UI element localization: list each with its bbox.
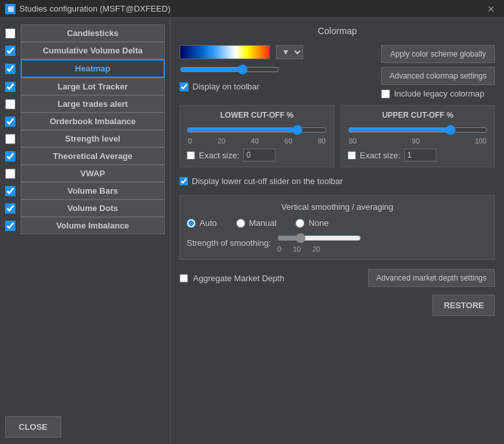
- right-toolbar-col: Apply color scheme globally Advanced col…: [381, 45, 495, 98]
- study-checkbox-volume-bars[interactable]: [5, 186, 15, 196]
- studies-list: CandlesticksCumulative Volume DeltaHeatm…: [5, 24, 165, 234]
- study-item-heatmap: Heatmap: [5, 59, 165, 78]
- radio-auto-input[interactable]: [187, 219, 196, 228]
- radio-none-input[interactable]: [295, 219, 304, 228]
- upper-cutoff-box: UPPER CUT-OFF % 80 90 100 Exact size:: [341, 105, 495, 167]
- title-bar-left: ▤ Studies configuration (MSFT@DXFEED): [5, 4, 171, 14]
- display-lower-slider-label: Display lower cut-off slider on the tool…: [192, 176, 343, 186]
- lower-cutoff-title: LOWER CUT-OFF %: [187, 111, 327, 120]
- strength-labels: 0 10 20: [277, 245, 361, 253]
- study-item-orderbook-imbalance: Orderbook Imbalance: [5, 113, 165, 130]
- study-button-strength-level[interactable]: Strength level: [21, 130, 165, 147]
- upper-cutoff-title: UPPER CUT-OFF %: [348, 111, 488, 120]
- smoothing-title: Vertical smoothing / averaging: [187, 202, 488, 212]
- display-on-toolbar-row: Display on toolbar: [180, 82, 375, 91]
- study-checkbox-vwap[interactable]: [5, 169, 15, 179]
- study-item-volume-dots: Volume Dots: [5, 199, 165, 217]
- study-item-cumulative-volume-delta: Cumulative Volume Delta: [5, 42, 165, 59]
- study-button-volume-dots[interactable]: Volume Dots: [21, 199, 165, 217]
- study-button-heatmap[interactable]: Heatmap: [21, 59, 165, 78]
- upper-exact-input[interactable]: [404, 149, 436, 162]
- upper-exact-row: Exact size:: [348, 149, 488, 162]
- lower-exact-input[interactable]: [243, 149, 275, 162]
- advanced-colormap-button[interactable]: Advanced colormap settings: [381, 67, 495, 85]
- left-footer: CLOSE: [5, 411, 165, 438]
- main-container: CandlesticksCumulative Volume DeltaHeatm…: [0, 18, 504, 444]
- radio-row: Auto Manual None: [187, 218, 488, 228]
- strength-slider[interactable]: [277, 233, 361, 243]
- right-panel: Colormap ▼ Display on toolbar: [171, 18, 504, 444]
- window-close-button[interactable]: ✕: [483, 3, 499, 15]
- lower-cutoff-slider[interactable]: [187, 125, 327, 135]
- study-button-orderbook-imbalance[interactable]: Orderbook Imbalance: [21, 113, 165, 130]
- radio-manual-input[interactable]: [236, 219, 245, 228]
- aggregate-row: Aggregate Market Depth: [180, 273, 362, 283]
- study-item-volume-bars: Volume Bars: [5, 182, 165, 199]
- radio-manual-label: Manual: [249, 218, 277, 228]
- apply-color-scheme-button[interactable]: Apply color scheme globally: [381, 45, 495, 63]
- upper-exact-checkbox[interactable]: [348, 151, 356, 160]
- radio-none: None: [295, 218, 328, 228]
- study-item-large-trades-alert: Large trades alert: [5, 95, 165, 113]
- study-checkbox-theoretical-average[interactable]: [5, 151, 15, 162]
- colormap-gradient-row: ▼: [180, 45, 375, 59]
- study-checkbox-volume-imbalance[interactable]: [5, 221, 15, 231]
- study-button-theoretical-average[interactable]: Theoretical Average: [21, 147, 165, 165]
- lower-cutoff-labels: 0 20 40 60 80: [187, 137, 327, 145]
- lower-exact-label: Exact size:: [199, 151, 239, 160]
- display-on-toolbar-label: Display on toolbar: [192, 82, 259, 91]
- strength-row: Strength of smoothing: 0 10 20: [187, 233, 488, 253]
- study-button-vwap[interactable]: VWAP: [21, 165, 165, 182]
- colormap-dropdown[interactable]: ▼: [276, 45, 303, 59]
- colormap-main-slider[interactable]: [180, 64, 279, 75]
- left-panel: CandlesticksCumulative Volume DeltaHeatm…: [0, 18, 171, 444]
- upper-exact-label: Exact size:: [360, 151, 400, 160]
- strength-label: Strength of smoothing:: [187, 238, 271, 248]
- title-bar: ▤ Studies configuration (MSFT@DXFEED) ✕: [0, 0, 504, 18]
- aggregate-market-depth-label: Aggregate Market Depth: [193, 273, 285, 283]
- study-checkbox-strength-level[interactable]: [5, 134, 15, 144]
- study-checkbox-large-lot-tracker[interactable]: [5, 82, 15, 92]
- restore-button[interactable]: RESTORE: [433, 295, 495, 316]
- study-checkbox-orderbook-imbalance[interactable]: [5, 116, 15, 127]
- close-button[interactable]: CLOSE: [5, 416, 61, 438]
- study-item-strength-level: Strength level: [5, 130, 165, 147]
- display-lower-slider-checkbox[interactable]: [180, 177, 188, 185]
- window-title: Studies configuration (MSFT@DXFEED): [19, 4, 171, 14]
- upper-cutoff-slider[interactable]: [348, 125, 488, 135]
- study-button-cumulative-volume-delta[interactable]: Cumulative Volume Delta: [21, 42, 165, 59]
- lower-exact-row: Exact size:: [187, 149, 327, 162]
- lower-exact-checkbox[interactable]: [187, 151, 195, 160]
- aggregate-market-depth-checkbox[interactable]: [180, 274, 188, 282]
- strength-slider-wrap: 0 10 20: [277, 233, 361, 253]
- display-lower-slider-row: Display lower cut-off slider on the tool…: [180, 174, 495, 189]
- include-legacy-row: Include legacy colormap: [381, 89, 495, 98]
- study-item-large-lot-tracker: Large Lot Tracker: [5, 78, 165, 95]
- study-checkbox-large-trades-alert[interactable]: [5, 99, 15, 109]
- study-button-volume-bars[interactable]: Volume Bars: [21, 182, 165, 199]
- smoothing-section: Vertical smoothing / averaging Auto Manu…: [180, 195, 495, 260]
- study-button-candlesticks[interactable]: Candlesticks: [21, 24, 165, 42]
- study-checkbox-cumulative-volume-delta[interactable]: [5, 46, 15, 56]
- colormap-gradient: [180, 45, 270, 59]
- display-on-toolbar-checkbox[interactable]: [180, 82, 189, 91]
- bottom-row: Aggregate Market Depth Advanced market d…: [180, 269, 495, 287]
- include-legacy-checkbox[interactable]: [381, 89, 390, 98]
- upper-cutoff-labels: 80 90 100: [348, 137, 488, 145]
- study-button-volume-imbalance[interactable]: Volume Imbalance: [21, 217, 165, 234]
- app-icon: ▤: [5, 4, 15, 14]
- radio-manual: Manual: [236, 218, 277, 228]
- study-item-candlesticks: Candlesticks: [5, 24, 165, 42]
- colormap-slider-row: [180, 64, 375, 77]
- study-checkbox-candlesticks[interactable]: [5, 28, 15, 39]
- cutoff-container: LOWER CUT-OFF % 0 20 40 60 80 Exact size…: [180, 105, 495, 167]
- colormap-title: Colormap: [180, 26, 495, 36]
- study-item-theoretical-average: Theoretical Average: [5, 147, 165, 165]
- radio-auto: Auto: [187, 218, 217, 228]
- study-button-large-trades-alert[interactable]: Large trades alert: [21, 95, 165, 113]
- study-checkbox-volume-dots[interactable]: [5, 203, 15, 214]
- advanced-market-depth-button[interactable]: Advanced market depth settings: [368, 269, 495, 287]
- study-checkbox-heatmap[interactable]: [5, 64, 15, 74]
- study-button-large-lot-tracker[interactable]: Large Lot Tracker: [21, 78, 165, 95]
- radio-auto-label: Auto: [200, 218, 217, 228]
